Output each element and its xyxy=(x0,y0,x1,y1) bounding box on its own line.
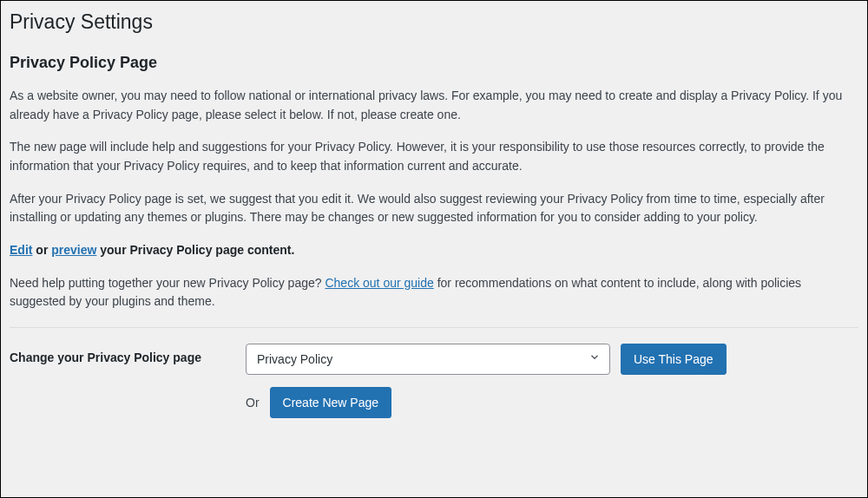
form-control-column: Privacy Policy Use This Page Or Create N… xyxy=(246,344,858,418)
section-title: Privacy Policy Page xyxy=(10,51,858,75)
preview-link[interactable]: preview xyxy=(51,243,96,257)
page-title: Privacy Settings xyxy=(10,10,858,36)
section-divider xyxy=(10,327,858,328)
change-policy-row: Change your Privacy Policy page Privacy … xyxy=(10,344,858,418)
select-value: Privacy Policy xyxy=(257,351,332,369)
guide-prefix: Need help putting together your new Priv… xyxy=(10,276,325,290)
change-policy-label: Change your Privacy Policy page xyxy=(10,351,201,364)
description-content: As a website owner, you may need to foll… xyxy=(10,87,858,311)
edit-preview-line: Edit or preview your Privacy Policy page… xyxy=(10,241,858,260)
guide-line: Need help putting together your new Priv… xyxy=(10,274,858,311)
intro-paragraph-2: The new page will include help and sugge… xyxy=(10,138,858,175)
edit-link[interactable]: Edit xyxy=(10,243,32,257)
edit-or-text: or xyxy=(32,243,51,257)
chevron-down-icon xyxy=(589,351,601,369)
create-new-page-button[interactable]: Create New Page xyxy=(270,387,392,418)
form-label-column: Change your Privacy Policy page xyxy=(10,344,246,367)
guide-link[interactable]: Check out our guide xyxy=(325,276,433,290)
use-this-page-button[interactable]: Use This Page xyxy=(621,344,727,375)
edit-rest-text: your Privacy Policy page content. xyxy=(96,243,294,257)
create-line: Or Create New Page xyxy=(246,387,858,418)
or-text: Or xyxy=(246,394,260,412)
select-line: Privacy Policy Use This Page xyxy=(246,344,858,375)
intro-paragraph-3: After your Privacy Policy page is set, w… xyxy=(10,190,858,227)
privacy-settings-panel: Privacy Settings Privacy Policy Page As … xyxy=(0,0,868,498)
privacy-page-select[interactable]: Privacy Policy xyxy=(246,344,610,375)
intro-paragraph-1: As a website owner, you may need to foll… xyxy=(10,87,858,124)
